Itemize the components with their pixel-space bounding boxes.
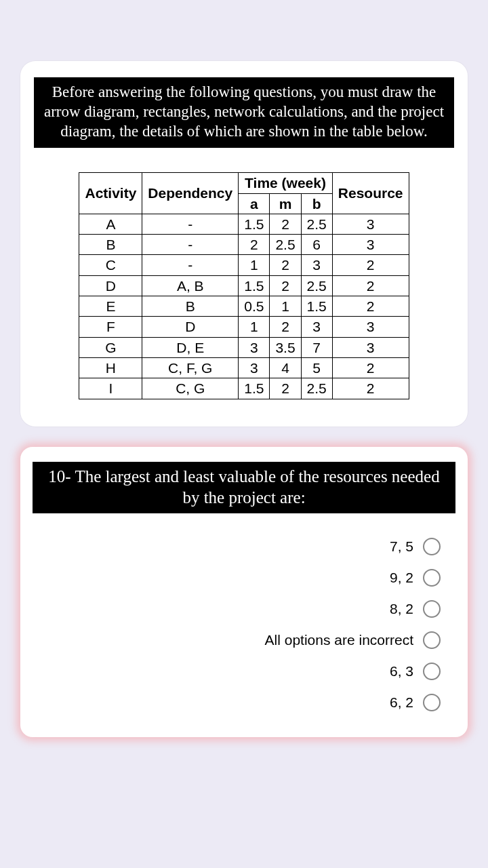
option-label: 8, 2 [390,601,413,617]
option-row[interactable]: 6, 2 [33,687,455,718]
radio-icon[interactable] [423,631,441,649]
th-a: a [239,193,270,214]
radio-icon[interactable] [423,694,441,711]
question-text: 10- The largest and least valuable of th… [33,462,455,514]
radio-icon[interactable] [423,600,441,618]
table-row: GD, E33.573 [79,337,409,357]
option-label: 9, 2 [390,570,413,586]
table-row: IC, G1.522.52 [79,378,409,399]
question-card: 10- The largest and least valuable of th… [20,447,468,738]
option-row[interactable]: All options are incorrect [33,625,455,656]
radio-icon[interactable] [423,538,441,555]
radio-icon[interactable] [423,663,441,680]
table-row: A-1.522.53 [79,214,409,234]
table-row: FD1233 [79,317,409,337]
table-row: C-1232 [79,255,409,275]
th-m: m [270,193,301,214]
option-row[interactable]: 9, 2 [33,562,455,593]
problem-card: Before answering the following questions… [20,61,468,427]
table-body: A-1.522.53 B-22.563 C-1232 DA, B1.522.52… [79,214,409,399]
th-dependency: Dependency [142,173,239,214]
option-row[interactable]: 6, 3 [33,656,455,687]
th-activity: Activity [79,173,142,214]
option-label: All options are incorrect [265,632,413,648]
th-b: b [301,193,332,214]
radio-icon[interactable] [423,569,441,587]
th-resource: Resource [332,173,409,214]
option-row[interactable]: 8, 2 [33,593,455,625]
instruction-text: Before answering the following questions… [34,77,454,148]
option-label: 7, 5 [390,538,413,555]
activity-table: Activity Dependency Time (week) Resource… [79,172,409,399]
table-row: EB0.511.52 [79,296,409,317]
table-row: HC, F, G3452 [79,357,409,378]
option-row[interactable]: 7, 5 [33,531,455,562]
option-label: 6, 3 [390,663,413,679]
table-row: DA, B1.522.52 [79,275,409,296]
option-label: 6, 2 [390,694,413,711]
th-time-group: Time (week) [239,173,333,193]
table-row: B-22.563 [79,235,409,255]
